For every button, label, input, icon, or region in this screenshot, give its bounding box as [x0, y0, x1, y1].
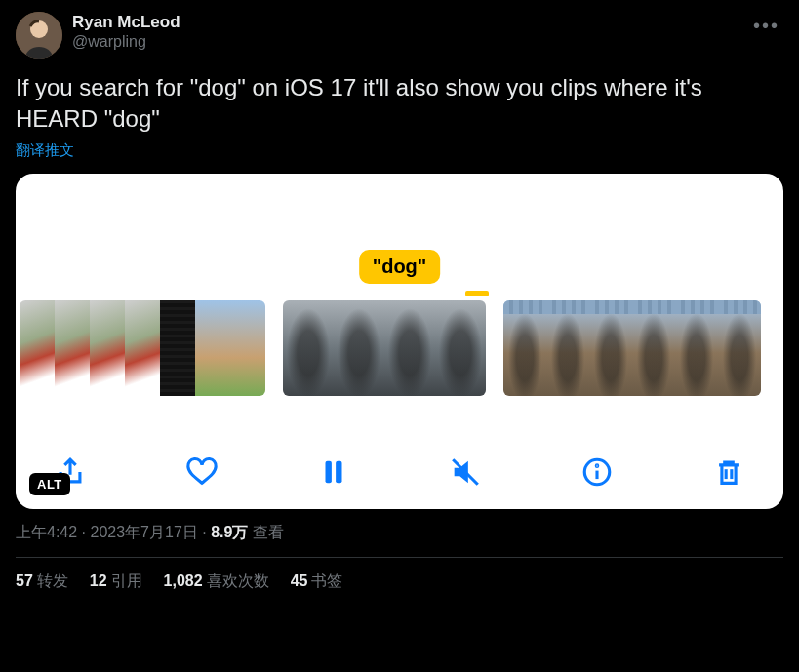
divider [16, 557, 783, 558]
display-name[interactable]: Ryan McLeod [72, 12, 180, 32]
more-button[interactable]: ••• [749, 12, 783, 39]
clip-thumbnail [718, 300, 761, 396]
bookmarks-label: 书签 [311, 573, 342, 589]
tweet-container: Ryan McLeod @warpling ••• If you search … [0, 0, 799, 592]
pause-button[interactable] [314, 453, 353, 492]
clip-thumbnail [589, 300, 632, 396]
likes-stat[interactable]: 1,082喜欢次数 [164, 572, 269, 592]
pause-icon [317, 455, 350, 489]
clip-thumbnail [384, 300, 435, 396]
translate-link[interactable]: 翻译推文 [16, 141, 783, 160]
clip-group-3[interactable] [503, 300, 761, 396]
clip-thumbnail [546, 300, 589, 396]
handle[interactable]: @warpling [72, 32, 180, 52]
quotes-stat[interactable]: 12引用 [90, 572, 142, 592]
clip-thumbnail [334, 300, 384, 396]
views-label: 查看 [253, 524, 284, 540]
clip-thumbnail [160, 300, 195, 396]
info-button[interactable] [578, 453, 617, 492]
author-names: Ryan McLeod @warpling [72, 12, 180, 52]
clip-thumbnail [230, 300, 265, 396]
delete-button[interactable] [709, 453, 748, 492]
bookmarks-stat[interactable]: 45书签 [291, 572, 343, 592]
quotes-label: 引用 [111, 573, 142, 589]
clip-thumbnail [20, 300, 55, 396]
clip-thumbnail [675, 300, 718, 396]
bookmarks-count: 45 [291, 573, 308, 589]
trash-icon [712, 455, 745, 489]
views-count: 8.9万 [211, 524, 248, 540]
svg-point-7 [596, 465, 597, 466]
quotes-count: 12 [90, 573, 107, 589]
media-toolbar [16, 453, 783, 492]
heart-icon [185, 455, 219, 489]
info-icon [580, 455, 614, 489]
clip-group-1[interactable] [20, 300, 265, 396]
clip-thumbnail [125, 300, 160, 396]
timestamp-date[interactable]: 2023年7月17日 [90, 524, 197, 540]
likes-label: 喜欢次数 [207, 573, 269, 589]
media-inner: "dog" [16, 174, 783, 396]
svg-rect-2 [326, 460, 332, 483]
clip-group-2[interactable] [283, 300, 486, 396]
retweets-count: 57 [16, 573, 33, 589]
clip-thumbnail [55, 300, 90, 396]
playhead-marker [465, 291, 489, 296]
alt-badge[interactable]: ALT [29, 473, 70, 495]
retweets-stat[interactable]: 57转发 [16, 572, 68, 592]
tweet-meta: 上午4:42 · 2023年7月17日 · 8.9万 查看 [16, 523, 783, 543]
likes-count: 1,082 [164, 573, 203, 589]
clip-thumbnail [435, 300, 486, 396]
search-term-badge: "dog" [359, 250, 441, 284]
like-button[interactable] [182, 453, 221, 492]
speaker-muted-icon [449, 455, 482, 489]
timestamp-time[interactable]: 上午4:42 [16, 524, 77, 540]
retweets-label: 转发 [37, 573, 68, 589]
video-timeline [16, 300, 783, 396]
clip-thumbnail [283, 300, 334, 396]
tweet-text: If you search for "dog" on iOS 17 it'll … [16, 72, 783, 136]
tweet-stats: 57转发 12引用 1,082喜欢次数 45书签 [16, 572, 783, 592]
clip-thumbnail [503, 300, 546, 396]
svg-rect-3 [336, 460, 341, 483]
avatar-image [16, 12, 62, 59]
clip-thumbnail [195, 300, 230, 396]
tweet-header: Ryan McLeod @warpling ••• [16, 12, 783, 59]
clip-thumbnail [90, 300, 125, 396]
avatar[interactable] [16, 12, 62, 59]
clip-thumbnail [632, 300, 675, 396]
media-card[interactable]: "dog" [16, 174, 783, 509]
mute-button[interactable] [446, 453, 485, 492]
